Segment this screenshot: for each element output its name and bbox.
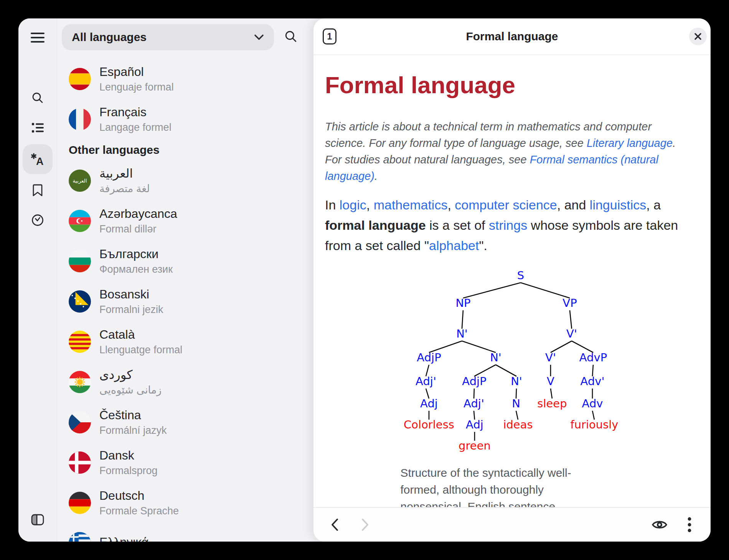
tree-node-ideas: ideas	[503, 418, 533, 431]
tree-node-v: V	[547, 375, 554, 388]
flag-france	[69, 108, 91, 130]
language-item[interactable]: Bosanski Formalni jezik	[57, 281, 313, 321]
bookmarks-button[interactable]	[23, 175, 53, 205]
tree-node-adj1: Adj	[420, 397, 438, 410]
language-item[interactable]: Català Llenguatge formal	[57, 321, 313, 362]
contents-button[interactable]	[23, 113, 53, 143]
language-list: Español Lenguaje formal Français Langage…	[57, 50, 313, 542]
close-button[interactable]	[689, 28, 707, 45]
menu-button[interactable]	[23, 23, 53, 53]
flag-azerbaijan	[69, 210, 91, 232]
tree-node-adj2: Adj	[466, 418, 483, 431]
language-title: Български	[99, 247, 173, 261]
language-filter-dropdown[interactable]: All languages	[62, 24, 274, 50]
close-icon	[694, 33, 702, 40]
more-menu-button[interactable]	[678, 513, 701, 537]
flag-greece	[69, 532, 91, 542]
language-article-title: زمانی شێوەیی	[99, 384, 162, 396]
tree-node-nn: N	[512, 397, 520, 410]
flag-arabic: العربية	[69, 170, 91, 192]
tree-node-n1: N'	[456, 327, 468, 340]
article-header: 1 Formal language	[313, 18, 711, 55]
language-item[interactable]: Deutsch Formale Sprache	[57, 483, 313, 523]
inline-link[interactable]: mathematics	[374, 198, 448, 212]
language-section-header: Other languages	[57, 139, 313, 160]
translate-icon: A	[30, 152, 45, 166]
language-article-title: Formalni jezik	[99, 303, 163, 316]
language-item[interactable]: Български Формален език	[57, 241, 313, 281]
languages-button[interactable]: A	[23, 144, 53, 174]
sidebar-toggle-icon	[31, 514, 45, 526]
tree-node-n3: N'	[511, 375, 522, 388]
list-icon	[31, 122, 44, 133]
lead-paragraph: In logic, mathematics, computer science,…	[325, 195, 689, 256]
search-icon	[284, 30, 298, 43]
tree-node-furiously: furiously	[570, 418, 618, 431]
toggle-sidebar-button[interactable]	[23, 505, 53, 535]
tree-node-adv: Adv	[582, 397, 603, 410]
language-title: Deutsch	[99, 488, 179, 503]
flag-bulgaria	[69, 250, 91, 272]
inline-link[interactable]: linguistics	[590, 198, 646, 212]
tree-node-vp: VP	[562, 296, 577, 310]
flag-catalonia	[69, 331, 91, 353]
bookmark-icon	[32, 184, 43, 197]
language-article-title: Langage formel	[99, 121, 172, 133]
language-article-title: Formal dillər	[99, 223, 177, 235]
svg-text:العربية: العربية	[73, 178, 87, 184]
chevron-left-icon	[330, 518, 340, 532]
tree-node-adjp2: AdjP	[462, 375, 486, 388]
tree-node-v2: V'	[545, 351, 556, 364]
search-nav-button[interactable]	[23, 83, 53, 113]
flag-czechia	[69, 411, 91, 433]
inline-link[interactable]: logic	[340, 198, 366, 212]
clock-icon	[31, 214, 44, 227]
tree-node-adjb1: Adj'	[416, 375, 436, 388]
article-toolbar	[313, 507, 711, 542]
flag-bosnia	[69, 290, 91, 313]
article-panel: 1 Formal language Formal language This a…	[313, 18, 711, 542]
language-title: Español	[99, 64, 174, 79]
language-filter-label: All languages	[72, 31, 254, 44]
inline-link[interactable]: computer science	[455, 198, 557, 212]
app-window: A All languages	[18, 18, 711, 542]
history-button[interactable]	[23, 205, 53, 235]
inline-link[interactable]: strings	[489, 218, 527, 232]
language-item[interactable]: Azərbaycanca Formal dillər	[57, 201, 313, 241]
inline-link[interactable]: alphabet	[429, 238, 479, 253]
search-icon	[31, 91, 44, 104]
language-title: Français	[99, 105, 172, 119]
language-title: العربية	[99, 166, 150, 181]
tree-node-np: NP	[455, 296, 470, 310]
hatnote: This article is about a technical term i…	[325, 119, 689, 184]
icon-rail: A	[18, 18, 57, 542]
language-title: کوردی	[99, 367, 162, 382]
language-item[interactable]: Dansk Formalsprog	[57, 442, 313, 483]
language-article-title: لغة متصرفة	[99, 183, 150, 195]
kebab-menu-icon	[687, 517, 692, 533]
tabs-button[interactable]: 1	[323, 28, 336, 44]
tree-node-green: green	[459, 439, 491, 452]
language-item[interactable]: Čeština Formální jazyk	[57, 402, 313, 442]
forward-button[interactable]	[353, 513, 377, 537]
language-article-title: Lenguaje formal	[99, 81, 174, 93]
article-header-title: Formal language	[313, 30, 711, 43]
language-title: Ελληνικά	[99, 535, 148, 542]
chevron-right-icon	[360, 518, 370, 532]
language-item[interactable]: العربية العربية لغة متصرفة	[57, 160, 313, 201]
language-item[interactable]: کوردی زمانی شێوەیی	[57, 362, 313, 402]
language-search-button[interactable]	[284, 30, 298, 45]
language-sidebar: All languages Español Lenguaje formal Fr…	[57, 18, 313, 542]
language-item[interactable]: Ελληνικά	[57, 523, 313, 542]
language-title: Bosanski	[99, 287, 163, 301]
language-item[interactable]: Français Langage formel	[57, 99, 313, 139]
inline-link[interactable]: Literary language	[587, 137, 673, 149]
language-item[interactable]: Español Lenguaje formal	[57, 59, 313, 99]
back-button[interactable]	[323, 513, 346, 537]
tree-node-v1: V'	[566, 327, 577, 340]
flag-germany	[69, 492, 91, 514]
tree-node-adjb2: Adj'	[463, 397, 484, 410]
watch-button[interactable]	[648, 513, 671, 537]
tree-node-advp: AdvP	[579, 351, 607, 364]
syntax-tree-diagram: SNPVPN'V'AdjPN'V'AdvPAdj'AdjPN'VAdv'AdjA…	[398, 267, 628, 456]
